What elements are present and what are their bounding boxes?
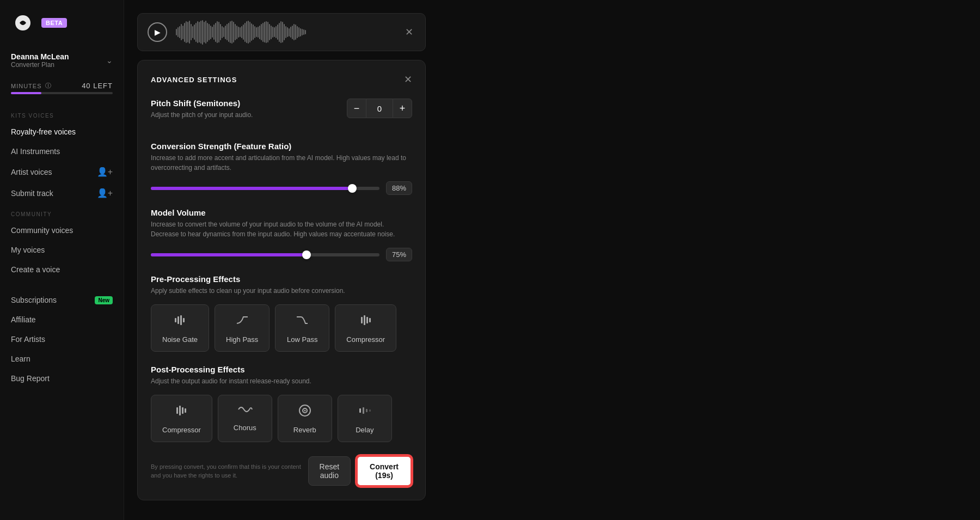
sidebar-item-label: My voices xyxy=(11,246,45,254)
chorus-label: Chorus xyxy=(234,424,256,432)
user-menu[interactable]: Deanna McLean Converter Plan ⌄ xyxy=(0,46,124,75)
sidebar-item-community-voices[interactable]: Community voices xyxy=(0,221,124,240)
close-icon: ✕ xyxy=(404,74,412,85)
user-plan: Converter Plan xyxy=(11,61,69,69)
slider-track-2 xyxy=(151,253,379,256)
compressor-pre-button[interactable]: Compressor xyxy=(335,304,396,352)
high-pass-button[interactable]: High Pass xyxy=(215,304,270,352)
minutes-label: MINUTES ⓘ 40 left xyxy=(11,82,113,90)
close-audio-button[interactable]: ✕ xyxy=(403,24,415,40)
compressor-post-label: Compressor xyxy=(162,426,201,434)
footer-buttons: Reset audio Convert (19s) xyxy=(308,455,412,487)
conversion-strength-slider[interactable] xyxy=(151,187,379,190)
panel-footer: By pressing convert, you confirm that th… xyxy=(151,455,412,487)
app-logo xyxy=(11,11,35,35)
waveform-display xyxy=(176,21,394,43)
model-volume-slider[interactable] xyxy=(151,253,379,256)
sidebar-item-subscriptions[interactable]: Subscriptions New xyxy=(0,290,124,310)
minutes-progress-bar xyxy=(11,92,113,94)
advanced-settings-panel: ADVANCED SETTINGS ✕ Pitch Shift (Semiton… xyxy=(137,60,426,500)
pitch-shift-desc: Adjust the pitch of your input audio. xyxy=(151,110,253,120)
chorus-icon xyxy=(237,403,253,419)
model-volume-desc: Increase to convert the volume of your i… xyxy=(151,219,412,239)
sidebar-item-label: For Artists xyxy=(11,335,45,344)
sidebar-item-affiliate[interactable]: Affiliate xyxy=(0,310,124,329)
main-content: ▶ ✕ ADVANCED SETTINGS ✕ Pitch Shift (Sem… xyxy=(124,0,980,520)
compressor-pre-label: Compressor xyxy=(346,335,385,344)
sidebar-item-label: Learn xyxy=(11,354,30,363)
slider-fill xyxy=(151,187,352,190)
svg-rect-5 xyxy=(364,315,365,325)
plus-icon: + xyxy=(400,103,406,114)
low-pass-button[interactable]: Low Pass xyxy=(275,304,329,352)
play-icon: ▶ xyxy=(155,28,161,36)
pre-processing-title: Pre-Processing Effects xyxy=(151,274,412,284)
play-button[interactable]: ▶ xyxy=(148,22,167,42)
reverb-icon xyxy=(297,403,313,421)
svg-rect-16 xyxy=(363,407,364,414)
pitch-minus-button[interactable]: − xyxy=(347,99,366,118)
sidebar-item-for-artists[interactable]: For Artists xyxy=(0,329,124,349)
delay-label: Delay xyxy=(356,426,373,434)
convert-button[interactable]: Convert (19s) xyxy=(356,455,412,487)
low-pass-label: Low Pass xyxy=(287,335,317,344)
sidebar-item-label: Create a voice xyxy=(11,265,60,274)
conversion-strength-section: Conversion Strength (Feature Ratio) Incr… xyxy=(151,142,412,195)
svg-rect-11 xyxy=(185,408,186,413)
sidebar-item-my-voices[interactable]: My voices xyxy=(0,240,124,260)
audio-player: ▶ ✕ xyxy=(137,13,426,51)
close-icon: ✕ xyxy=(405,27,413,38)
svg-rect-18 xyxy=(369,409,371,412)
post-processing-desc: Adjust the output audio for instant rele… xyxy=(151,376,412,386)
chorus-button[interactable]: Chorus xyxy=(218,395,272,442)
beta-badge: BETA xyxy=(41,18,67,28)
delay-button[interactable]: Delay xyxy=(338,395,392,442)
convert-disclaimer: By pressing convert, you confirm that th… xyxy=(151,462,308,480)
sidebar-item-label: Royalty-free voices xyxy=(11,127,76,136)
compressor-post-button[interactable]: Compressor xyxy=(151,395,212,442)
pitch-shift-title: Pitch Shift (Semitones) xyxy=(151,99,253,108)
user-name: Deanna McLean xyxy=(11,52,69,61)
noise-gate-button[interactable]: Noise Gate xyxy=(151,304,209,352)
sidebar-item-learn[interactable]: Learn xyxy=(0,349,124,369)
kits-voices-label: KITS VOICES xyxy=(0,105,124,122)
svg-rect-1 xyxy=(177,316,179,324)
sidebar: BETA Deanna McLean Converter Plan ⌄ MINU… xyxy=(0,0,124,520)
panel-header: ADVANCED SETTINGS ✕ xyxy=(151,74,412,85)
low-pass-icon xyxy=(295,313,310,331)
sidebar-item-create-a-voice[interactable]: Create a voice xyxy=(0,260,124,279)
svg-rect-15 xyxy=(359,408,361,413)
sidebar-item-artist-voices[interactable]: Artist voices 👤+ xyxy=(0,161,124,182)
pitch-control: − 0 + xyxy=(347,99,412,118)
svg-rect-4 xyxy=(361,317,363,323)
pitch-plus-button[interactable]: + xyxy=(393,99,412,118)
conversion-strength-title: Conversion Strength (Feature Ratio) xyxy=(151,142,412,151)
model-volume-section: Model Volume Increase to convert the vol… xyxy=(151,208,412,261)
pre-processing-desc: Apply subtle effects to clean up your in… xyxy=(151,286,412,296)
sidebar-item-royalty-free-voices[interactable]: Royalty-free voices xyxy=(0,122,124,142)
sidebar-item-ai-instruments[interactable]: AI Instruments xyxy=(0,142,124,161)
community-label: COMMUNITY xyxy=(0,204,124,221)
svg-rect-0 xyxy=(175,318,176,322)
pre-processing-effects: Noise Gate High Pass xyxy=(151,304,412,352)
sidebar-item-bug-report[interactable]: Bug Report xyxy=(0,369,124,388)
info-icon: ⓘ xyxy=(45,82,52,90)
slider-fill-2 xyxy=(151,253,307,256)
post-processing-section: Post-Processing Effects Adjust the outpu… xyxy=(151,365,412,442)
noise-gate-icon xyxy=(173,313,188,331)
slider-thumb[interactable] xyxy=(348,184,357,193)
model-volume-value: 75% xyxy=(386,248,412,261)
panel-close-button[interactable]: ✕ xyxy=(404,74,412,85)
add-person-icon-2: 👤+ xyxy=(97,188,113,198)
reverb-button[interactable]: Reverb xyxy=(278,395,332,442)
post-processing-effects: Compressor Chorus xyxy=(151,395,412,442)
reset-audio-button[interactable]: Reset audio xyxy=(308,456,351,486)
sidebar-item-label: Artist voices xyxy=(11,168,52,176)
logo-area: BETA xyxy=(0,11,124,46)
svg-rect-8 xyxy=(176,407,178,414)
high-pass-icon xyxy=(235,313,250,331)
slider-thumb-2[interactable] xyxy=(302,250,311,259)
svg-rect-10 xyxy=(182,407,183,414)
minus-icon: − xyxy=(354,103,360,114)
sidebar-item-submit-track[interactable]: Submit track 👤+ xyxy=(0,182,124,204)
